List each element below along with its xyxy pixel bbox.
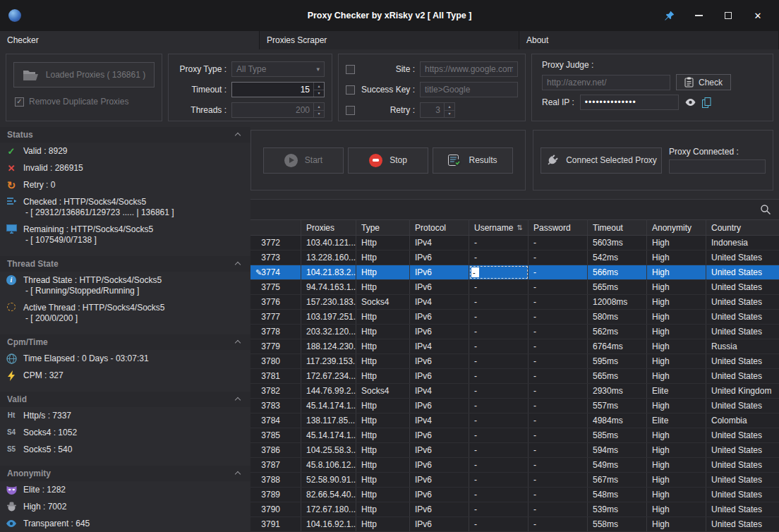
cell-anonymity: High [647, 354, 706, 368]
copy-icon[interactable] [702, 97, 711, 108]
loaded-proxies-button[interactable]: Loaded Proxies ( 136861 ) [13, 62, 155, 87]
remove-duplicates-checkbox[interactable]: ✓ Remove Duplicate Proxies [13, 97, 155, 107]
tab-checker[interactable]: Checker [0, 31, 260, 49]
proxy-type-select[interactable]: All Type ▾ [231, 61, 325, 77]
connect-selected-proxy-button[interactable]: Connect Selected Proxy [541, 147, 662, 174]
sort-icon[interactable]: ⇅ [517, 224, 523, 231]
table-row[interactable]: ✎ 3786 104.25.58.3... Http IPv6 - - - 59… [250, 443, 779, 458]
section-header-anonymity[interactable]: Anonymity [0, 466, 250, 481]
column-header-timeout[interactable]: Timeout [588, 220, 647, 235]
timeout-input[interactable]: 15 ▴▾ [231, 82, 325, 97]
column-header-proxies[interactable]: Proxies [301, 220, 356, 235]
site-input[interactable] [420, 61, 518, 77]
table-row[interactable]: ✎ 3773 13.228.160.... Http IPv6 - - - 54… [250, 250, 779, 265]
spin-up-icon[interactable]: ▴ [445, 103, 454, 111]
eye-icon[interactable] [684, 98, 696, 107]
table-row[interactable]: ✎ 3776 157.230.183... Socks4 IPv4 - - - … [250, 295, 779, 310]
spin-up-icon[interactable]: ▴ [314, 83, 324, 90]
section-header-cpm-time[interactable]: Cpm/Time [0, 334, 250, 350]
section-header-valid[interactable]: Valid [0, 392, 250, 407]
table-row[interactable]: ✎ 3779 188.124.230... Http IPv4 - - - 67… [250, 339, 779, 354]
retry-input[interactable]: 3 ▴▾ [420, 102, 455, 118]
table-row[interactable]: ✎ 3785 45.14.174.1... Http IPv6 - - - 58… [250, 428, 779, 443]
socks5-item: S5 Socks5 : 540 [0, 441, 250, 458]
table-row[interactable]: ✎ 3775 94.74.163.1... Http IPv6 - - - 56… [250, 280, 779, 295]
table-header-row: Proxies Type Protocol Username ⇅ Passwor… [250, 220, 779, 236]
column-header-country[interactable]: Country [706, 220, 779, 235]
spin-down-icon[interactable]: ▾ [445, 111, 454, 118]
cell-protocol: IPv6 [410, 502, 469, 516]
cell-anonymity: High [647, 310, 706, 324]
status-valid: ✓ Valid : 8929 [0, 143, 250, 159]
table-row[interactable]: ✎ 3777 103.197.251... Http IPv6 - - - 58… [250, 310, 779, 325]
success-key-checkbox[interactable] [346, 85, 355, 95]
column-header-anonymity[interactable]: Anonymity [647, 220, 706, 235]
retry-checkbox[interactable] [346, 106, 355, 115]
column-header-username[interactable]: Username ⇅ [469, 220, 529, 235]
cell-protocol: IPv4 [410, 295, 469, 309]
stop-icon [369, 154, 382, 167]
table-row[interactable]: ✎ 3789 82.66.54.40... Http IPv6 - - - 54… [250, 488, 779, 502]
cell-anonymity: High [647, 250, 706, 265]
table-row[interactable]: ✎ 3784 138.117.85.... Http IPv4 - - - 49… [250, 413, 779, 428]
username-editor[interactable]: - [471, 267, 479, 277]
check-button[interactable]: Check [676, 74, 731, 90]
results-label: Results [469, 155, 497, 165]
cell-type: Http [356, 458, 410, 472]
table-row[interactable]: ✎ 3787 45.8.106.12... Http IPv6 - - - 54… [250, 458, 779, 473]
threads-stepper[interactable]: ▴▾ [313, 103, 324, 117]
start-button[interactable]: Start [263, 147, 344, 174]
cell-country: United Kingdom [706, 384, 779, 398]
list-arrows-icon [5, 197, 18, 205]
time-elapsed: Time Elapsed : 0 Days - 03:07:31 [23, 353, 149, 364]
proxy-connected-input[interactable] [669, 159, 766, 174]
spin-up-icon[interactable]: ▴ [314, 103, 324, 111]
table-row[interactable]: ✎ 3781 172.67.234.... Http IPv6 - - - 56… [250, 369, 779, 384]
column-header-index[interactable] [250, 220, 301, 235]
table-row[interactable]: ✎ 3791 104.16.92.1... Http IPv6 - - - 55… [250, 517, 779, 532]
cell-timeout: 562ms [588, 325, 647, 339]
table-row[interactable]: ✎ 3782 144.76.99.2... Socks4 IPv4 - - - … [250, 384, 779, 399]
socks4-item: S4 Socks4 : 1052 [0, 424, 250, 441]
results-button[interactable]: Results [433, 147, 513, 174]
cell-proxy: 117.239.153... [301, 354, 356, 368]
section-header-status[interactable]: Status [0, 127, 250, 143]
stop-button[interactable]: Stop [348, 147, 428, 174]
tab-proxies-scraper[interactable]: Proxies Scraper [260, 31, 519, 49]
search-icon[interactable] [760, 204, 771, 215]
proxy-judge-input[interactable] [542, 75, 670, 90]
maximize-button[interactable] [715, 5, 741, 26]
cell-anonymity: High [647, 280, 706, 294]
timeout-stepper[interactable]: ▴▾ [313, 83, 324, 97]
spy-icon [5, 502, 18, 512]
check-icon: ✓ [5, 147, 18, 156]
section-title: Status [7, 130, 33, 140]
threads-input[interactable]: 200 ▴▾ [231, 102, 325, 118]
remaining-count-line1: Remaining : HTTP/Socks4/Socks5 [23, 224, 153, 235]
table-row[interactable]: ✎ 3790 172.67.180.... Http IPv6 - - - 53… [250, 502, 779, 517]
active-thread-line2: - [ 200/0/200 ] [23, 313, 165, 324]
spin-down-icon[interactable]: ▾ [314, 90, 324, 97]
table-row[interactable]: ✎ 3772 103.40.121.... Http IPv4 - - - 56… [250, 236, 779, 250]
cell-timeout: 549ms [588, 458, 647, 472]
cell-proxy: 172.67.180.... [301, 502, 356, 516]
table-row[interactable]: ✎ 3774 104.21.83.2... Http IPv6 - - - 56… [250, 265, 779, 280]
success-key-input[interactable] [420, 82, 518, 97]
table-row[interactable]: ✎ 3778 203.32.120.... Http IPv6 - - - 56… [250, 325, 779, 339]
pin-button[interactable] [656, 5, 682, 26]
site-checkbox[interactable] [346, 65, 355, 74]
table-row[interactable]: ✎ 3783 45.14.174.1... Http IPv6 - - - 55… [250, 399, 779, 413]
tab-about[interactable]: About [519, 31, 779, 49]
table-row[interactable]: ✎ 3788 52.58.90.91... Http IPv6 - - - 56… [250, 473, 779, 488]
cell-anonymity: Elite [647, 384, 706, 398]
column-header-password[interactable]: Password [529, 220, 588, 235]
table-row[interactable]: ✎ 3780 117.239.153... Http IPv6 - - - 59… [250, 354, 779, 369]
minimize-button[interactable] [686, 5, 711, 26]
close-button[interactable]: ✕ [745, 5, 771, 26]
column-header-protocol[interactable]: Protocol [410, 220, 469, 235]
section-header-thread-state[interactable]: Thread State [0, 256, 250, 272]
spin-down-icon[interactable]: ▾ [314, 111, 324, 118]
column-header-type[interactable]: Type [356, 220, 410, 235]
real-ip-input[interactable] [580, 95, 679, 110]
retry-stepper[interactable]: ▴▾ [444, 103, 454, 117]
